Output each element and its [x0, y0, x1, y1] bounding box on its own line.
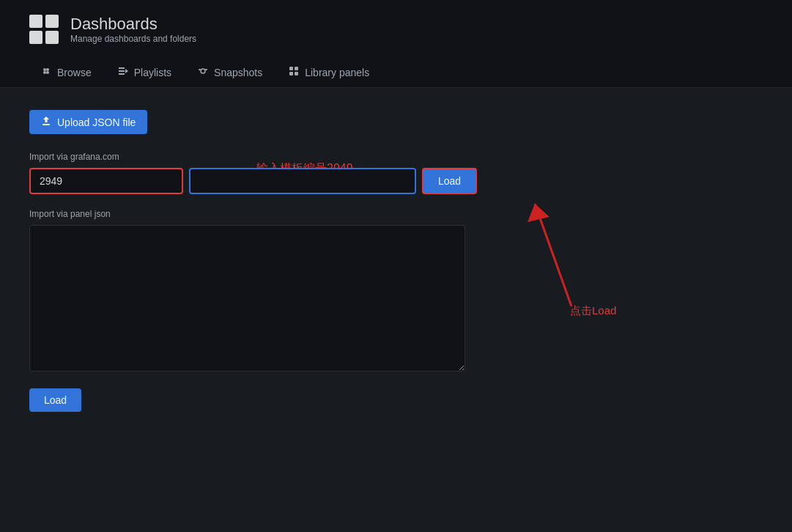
load-inline-button[interactable]: Load — [422, 168, 477, 194]
import-grafana-label: Import via grafana.com — [29, 152, 763, 162]
dashboards-logo-icon — [29, 15, 59, 44]
svg-point-8 — [201, 69, 205, 73]
tab-playlists-label: Playlists — [134, 67, 171, 78]
import-grafana-section: Import via grafana.com Load — [29, 152, 763, 194]
upload-json-button[interactable]: Upload JSON file — [29, 110, 147, 134]
grafana-id-input[interactable] — [29, 168, 183, 194]
page-title: Dashboards — [70, 15, 196, 34]
svg-rect-6 — [119, 73, 125, 75]
page-subtitle: Manage dashboards and folders — [70, 34, 196, 44]
tab-snapshots-label: Snapshots — [214, 67, 262, 78]
page-header: Dashboards Manage dashboards and folders — [0, 0, 792, 59]
svg-rect-13 — [289, 72, 293, 75]
panel-json-label: Import via panel json — [29, 209, 763, 219]
tab-browse-label: Browse — [57, 67, 92, 78]
tab-browse[interactable]: Browse — [29, 59, 103, 87]
nav-tabs: Browse Playlists Snapshots Library panel… — [0, 59, 792, 88]
upload-icon — [41, 116, 51, 128]
tab-library-panels[interactable]: Library panels — [277, 59, 381, 87]
library-panels-icon — [289, 66, 299, 78]
svg-point-0 — [43, 68, 46, 71]
import-grafana-row: Load — [29, 168, 763, 194]
upload-btn-label: Upload JSON file — [57, 117, 136, 128]
svg-rect-12 — [295, 67, 298, 70]
tab-snapshots[interactable]: Snapshots — [186, 59, 274, 87]
playlists-icon — [118, 66, 128, 78]
header-text: Dashboards Manage dashboards and folders — [70, 15, 196, 44]
svg-point-1 — [43, 71, 46, 74]
svg-point-2 — [46, 68, 49, 71]
svg-point-3 — [46, 71, 49, 74]
panel-json-textarea[interactable] — [29, 225, 465, 372]
tab-library-panels-label: Library panels — [305, 67, 369, 78]
load-bottom-button[interactable]: Load — [29, 388, 81, 412]
svg-rect-9 — [199, 69, 201, 70]
svg-rect-11 — [289, 67, 293, 70]
panel-json-section: Import via panel json — [29, 209, 763, 374]
browse-icon — [41, 66, 51, 78]
svg-rect-10 — [205, 69, 207, 70]
svg-rect-5 — [119, 70, 125, 72]
grafana-middle-input[interactable] — [189, 168, 416, 194]
annotation-click-text: 点击Load — [570, 304, 616, 318]
svg-rect-4 — [119, 67, 125, 69]
snapshots-icon — [198, 66, 208, 78]
svg-marker-7 — [125, 69, 128, 73]
svg-rect-15 — [42, 124, 50, 125]
tab-playlists[interactable]: Playlists — [106, 59, 183, 87]
svg-rect-14 — [295, 72, 298, 75]
main-content: Upload JSON file 输入模板编号2949 Import via g… — [0, 88, 792, 532]
bottom-load-section: Load — [29, 374, 763, 412]
